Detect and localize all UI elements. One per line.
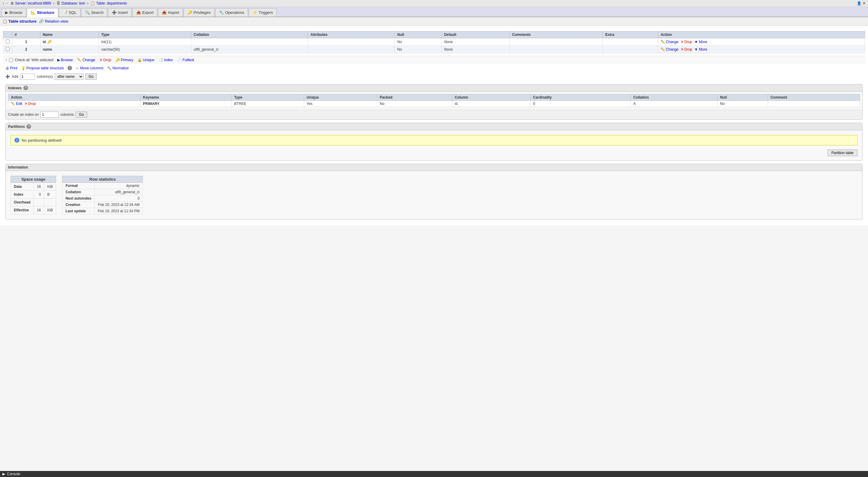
row2-checkbox[interactable] xyxy=(6,47,10,51)
idx-drop-btn[interactable]: ✕ Drop xyxy=(24,101,36,106)
space-effective-label: Effective xyxy=(11,206,34,214)
server-link[interactable]: Server: localhost:8889 xyxy=(15,1,51,5)
ws-fulltext-btn[interactable]: 📄 Fulltext xyxy=(176,57,195,63)
change-icon2: ✏️ xyxy=(661,47,665,52)
subtab-relation-view[interactable]: 🔗 Relation view xyxy=(39,19,68,24)
tab-import-label: Import xyxy=(168,10,179,15)
row2-drop-btn[interactable]: ✕ Drop xyxy=(681,47,692,52)
move-columns-link[interactable]: ↔ Move columns xyxy=(76,66,103,70)
create-index-label: Create an index on xyxy=(8,113,38,117)
partitions-legend: Partitions ? xyxy=(6,123,862,130)
information-content: Space usage Data 16 KiB Index 0 B xyxy=(6,171,862,219)
stat-lastupdate-value: Feb 19, 2023 at 11:34 PM xyxy=(95,208,143,214)
row2-attributes xyxy=(308,46,395,53)
row1-more-btn[interactable]: ▼ More xyxy=(694,40,707,44)
row1-comments xyxy=(510,38,603,46)
space-data-value: 16 xyxy=(34,183,44,190)
row1-drop-btn[interactable]: ✕ Drop xyxy=(681,40,692,44)
tab-privileges-label: Privileges xyxy=(193,10,210,15)
check-all-checkbox[interactable] xyxy=(9,58,13,62)
add-count-input[interactable] xyxy=(20,73,35,80)
create-index-input[interactable] xyxy=(40,112,59,118)
space-effective-unit: KiB xyxy=(44,206,56,214)
idx-keyname: PRIMARY xyxy=(141,101,232,107)
idx-col-cardinality: Cardinality xyxy=(530,94,631,101)
check-all-label: Check all xyxy=(15,58,30,62)
ws-unique-btn[interactable]: 🔒 Unique xyxy=(136,57,156,63)
subtab-table-structure[interactable]: 📋 Table structure xyxy=(2,19,36,24)
add-column-go-btn[interactable]: Go xyxy=(85,73,97,80)
table-link[interactable]: Table: departments xyxy=(96,1,127,5)
row2-change-btn[interactable]: ✏️ Change xyxy=(661,47,678,52)
space-effective-value: 16 xyxy=(34,206,44,214)
row1-collation xyxy=(191,38,308,46)
tab-sql-label: SQL xyxy=(69,10,76,15)
row1-actions: ✏️ Change ✕ Drop ▼ More xyxy=(658,38,865,46)
tab-structure-label: Structure xyxy=(37,10,54,15)
row2-more-btn[interactable]: ▼ More xyxy=(694,47,707,52)
row1-num: 1 xyxy=(12,38,40,46)
normalize-link[interactable]: 🔨 Normalize xyxy=(107,66,129,70)
ws-browse-btn[interactable]: ▶ Browse xyxy=(56,57,74,63)
row1-checkbox[interactable] xyxy=(6,39,10,43)
ws-drop-btn[interactable]: ✕ Drop xyxy=(98,57,113,63)
ws-drop-icon: ✕ xyxy=(99,58,102,62)
space-index-unit: B xyxy=(44,190,56,199)
info-grid: Space usage Data 16 KiB Index 0 B xyxy=(8,173,860,217)
row1-extra xyxy=(603,38,658,46)
tab-structure[interactable]: 📐 Structure xyxy=(27,8,58,17)
tab-search[interactable]: 🔍 Search xyxy=(81,8,107,17)
tab-import[interactable]: 📥 Import xyxy=(158,8,183,17)
print-link[interactable]: 🖨 Print xyxy=(5,66,18,70)
tab-privileges[interactable]: 🔑 Privileges xyxy=(184,8,214,17)
relation-icon: 🔗 xyxy=(39,19,44,24)
normalize-icon: 🔨 xyxy=(107,66,112,70)
ws-primary-btn[interactable]: 🔑 Primary xyxy=(114,57,134,63)
col-default: Default xyxy=(441,31,510,38)
col-type: Type xyxy=(99,31,191,38)
table-struct-icon: 📋 xyxy=(2,19,7,24)
row2-extra xyxy=(603,46,658,53)
tab-triggers[interactable]: ⚡ Triggers xyxy=(249,8,277,17)
idx-edit-btn[interactable]: ✏️ Edit xyxy=(11,101,22,106)
sep2: » xyxy=(87,1,89,5)
table-icon: 📋 xyxy=(90,1,95,5)
propose-link[interactable]: 💡 Propose table structure xyxy=(21,66,64,70)
row-statistics-table: Row statistics Format dynamic Collation … xyxy=(62,176,143,214)
tab-operations[interactable]: 🔧 Operations xyxy=(215,8,248,17)
row2-comments xyxy=(510,46,603,53)
space-usage-table: Space usage Data 16 KiB Index 0 B xyxy=(10,176,56,214)
idx-column: id xyxy=(452,101,530,107)
tab-insert[interactable]: ➕ Insert xyxy=(108,8,132,17)
sep1: » xyxy=(53,1,55,5)
tab-export[interactable]: 📤 Export xyxy=(132,8,158,17)
columns-text: columns xyxy=(60,113,74,117)
create-index-go-btn[interactable]: Go xyxy=(76,112,87,118)
space-usage-title: Space usage xyxy=(11,176,56,183)
row1-change-btn[interactable]: ✏️ Change xyxy=(661,40,678,44)
tab-sql[interactable]: 📝 SQL xyxy=(59,8,81,17)
table-label: Table: departments xyxy=(96,1,127,5)
table-row: 1 id 🔑 int(11) No None ✏️ Change ✕ Drop … xyxy=(3,38,865,46)
space-overhead-row: Overhead xyxy=(11,199,56,206)
database-link[interactable]: Database: test xyxy=(61,1,85,5)
ws-index-btn[interactable]: 📑 Index xyxy=(157,57,174,63)
indexes-title: Indexes xyxy=(8,86,22,90)
tab-browse[interactable]: ▶ Browse xyxy=(1,8,26,17)
db-icon: 🗄 xyxy=(57,1,60,5)
ws-change-btn[interactable]: ✏️ Change xyxy=(76,57,96,63)
structure-table: # Name Type Collation Attributes Null De… xyxy=(3,31,865,53)
stat-collation-label: Collation xyxy=(62,189,95,196)
idx-col-collation: Collation xyxy=(631,94,718,101)
position-select[interactable]: after name after id at beginning xyxy=(55,73,84,80)
space-overhead-value xyxy=(34,199,44,206)
row1-default: None xyxy=(441,38,510,46)
col-extra: Extra xyxy=(603,31,658,38)
indexes-legend: Indexes ? xyxy=(6,84,862,92)
ws-index-icon: 📑 xyxy=(158,58,163,62)
row1-attributes xyxy=(308,38,395,46)
partition-table-btn[interactable]: Partition table xyxy=(828,150,858,156)
row2-num: 2 xyxy=(12,46,40,53)
information-legend: Information xyxy=(6,164,862,171)
server-label: Server: localhost:8889 xyxy=(15,1,51,5)
